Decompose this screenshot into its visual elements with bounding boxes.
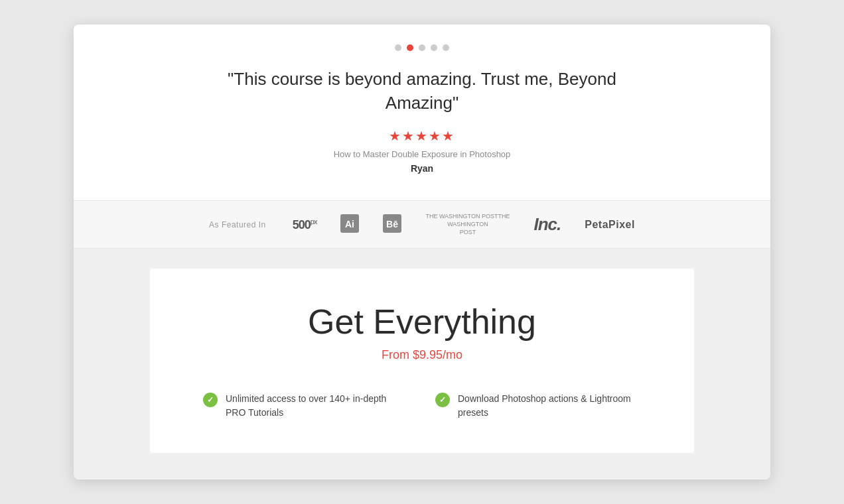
features-grid: Unlimited access to over 140+ in-depth P… — [190, 392, 654, 420]
logo-inc: Inc. — [533, 214, 561, 235]
svg-text:Bē: Bē — [387, 219, 399, 229]
carousel-dots[interactable] — [100, 44, 744, 51]
svg-text:Ai: Ai — [345, 219, 354, 229]
testimonial-quote: "This course is beyond amazing. Trust me… — [216, 67, 628, 115]
browser-window: "This course is beyond amazing. Trust me… — [74, 25, 770, 480]
logo-behance: Bē — [383, 214, 401, 235]
get-everything-wrapper: Get Everything From $9.95/mo Unlimited a… — [74, 249, 770, 479]
logo-adobe: Ai — [340, 214, 359, 235]
check-icon-1 — [203, 393, 218, 407]
carousel-dot-1[interactable] — [395, 44, 401, 51]
star-rating: ★★★★★ — [100, 128, 744, 144]
logo-500px: 500px — [293, 218, 317, 232]
testimonial-section: "This course is beyond amazing. Trust me… — [74, 25, 770, 201]
get-everything-title: Get Everything — [190, 302, 654, 342]
get-everything-card: Get Everything From $9.95/mo Unlimited a… — [150, 269, 694, 453]
feature-text-2: Download Photoshop actions & Lightroom p… — [458, 392, 641, 420]
featured-logos: 500px Ai Bē THE WASHINGTON POSTTHEWASHIN… — [293, 213, 635, 236]
check-icon-2 — [435, 393, 450, 407]
carousel-dot-4[interactable] — [431, 44, 437, 51]
featured-label: As Featured In — [209, 220, 266, 229]
carousel-dot-2[interactable] — [407, 44, 413, 51]
course-name: How to Master Double Exposure in Photosh… — [100, 149, 744, 159]
carousel-dot-5[interactable] — [443, 44, 449, 51]
feature-item-1: Unlimited access to over 140+ in-depth P… — [203, 392, 409, 420]
reviewer-name: Ryan — [100, 163, 744, 174]
feature-text-1: Unlimited access to over 140+ in-depth P… — [226, 392, 409, 420]
featured-section: As Featured In 500px Ai Bē — [74, 200, 770, 249]
feature-item-2: Download Photoshop actions & Lightroom p… — [435, 392, 641, 420]
logo-washington-post: THE WASHINGTON POSTTHEWASHINGTONPOST — [425, 213, 510, 236]
carousel-dot-3[interactable] — [419, 44, 425, 51]
logo-petapixel: PetaPixel — [585, 219, 635, 231]
get-everything-price: From $9.95/mo — [190, 348, 654, 362]
